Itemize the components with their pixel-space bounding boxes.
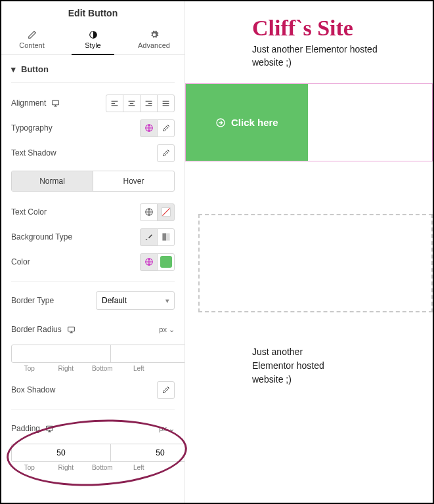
tab-style[interactable]: Style [62,25,123,54]
desktop-icon[interactable] [45,425,54,433]
pencil-icon [162,386,170,394]
control-alignment: Alignment [11,91,175,116]
section-toggle-button[interactable]: ▾ Button [11,55,175,83]
svg-rect-6 [162,233,166,240]
text-shadow-edit-button[interactable] [157,144,175,162]
box-shadow-label: Box Shadow [11,385,55,394]
control-color: Color [11,249,175,274]
gradient-icon [162,232,171,242]
tab-advanced-label: Advanced [138,41,170,49]
svg-rect-9 [68,327,74,331]
label-left: Left [121,365,158,372]
text-color-label: Text Color [11,207,47,217]
align-justify-button[interactable] [157,94,175,112]
padding-label: Padding [11,424,40,433]
color-global-button[interactable] [140,253,158,271]
gear-icon [150,30,159,39]
padding-right-input[interactable] [110,444,184,462]
label-top: Top [11,464,48,471]
align-left-icon [110,99,119,108]
panel-title: Edit Button [1,1,184,25]
editor-tabs: Content Style Advanced [1,25,184,55]
preview-button-label: Click here [231,117,278,128]
site-title: Cliff`s Site [252,16,433,41]
align-center-icon [127,99,136,108]
site-tagline: Just another Elementor hosted website ;) [252,43,390,69]
brush-icon [144,233,153,242]
text-color-global-button[interactable] [140,203,158,221]
state-tab-hover[interactable]: Hover [93,171,174,191]
padding-unit[interactable]: px ⌄ [159,425,175,433]
border-radius-label: Border Radius [11,325,62,334]
pencil-icon [162,149,170,157]
box-shadow-edit-button[interactable] [157,381,175,399]
control-text-shadow: Text Shadow [11,140,175,165]
svg-rect-7 [166,233,170,240]
align-justify-icon [162,99,170,108]
footer-text: Just another Elementor hosted website ;) [252,345,344,387]
globe-icon [144,123,154,133]
text-color-swatch-button[interactable] [157,203,175,221]
editor-sidebar: Edit Button Content Style Advanced ▾ But… [1,1,185,503]
tab-advanced[interactable]: Advanced [123,25,184,54]
alignment-label: Alignment [11,98,46,108]
border-type-label: Border Type [11,296,54,305]
pencil-icon [28,30,37,39]
desktop-icon[interactable] [67,326,76,334]
preview-canvas: Cliff`s Site Just another Elementor host… [185,1,433,503]
svg-rect-10 [47,426,53,430]
tab-style-label: Style [85,41,100,49]
globe-icon [144,207,154,217]
align-right-icon [144,99,153,108]
label-left: Left [121,464,158,471]
empty-section-placeholder[interactable] [198,214,433,312]
tab-content[interactable]: Content [1,25,62,54]
svg-rect-1 [53,100,59,105]
typography-label: Typography [11,123,53,133]
no-color-icon [161,207,171,217]
control-text-color: Text Color [11,200,175,224]
background-type-label: Background Type [11,232,72,242]
label-right: Right [48,464,85,471]
state-tab-normal[interactable]: Normal [12,171,93,191]
color-label: Color [11,257,30,266]
desktop-icon[interactable] [51,99,60,108]
color-swatch-button[interactable] [157,253,175,271]
control-border-type: Border Type Default [11,288,175,313]
contrast-icon [89,30,98,39]
align-right-button[interactable] [140,94,158,112]
padding-top-input[interactable] [11,444,111,462]
label-top: Top [11,365,48,372]
divider [11,409,175,410]
control-border-radius: Border Radius px ⌄ Top Right Bottom Left [11,317,175,372]
preview-button[interactable]: Click here [186,84,308,161]
border-radius-right-input[interactable] [110,345,184,363]
state-tabs: Normal Hover [11,171,175,192]
border-radius-top-input[interactable] [11,345,111,363]
control-typography: Typography [11,116,175,140]
label-right: Right [48,365,85,372]
align-center-button[interactable] [123,94,141,112]
section-title: Button [21,64,49,74]
control-padding: Padding px ⌄ Top Right Bottom Left [11,416,175,471]
arrow-circle-icon [215,117,226,128]
control-box-shadow: Box Shadow [11,377,175,402]
caret-down-icon: ▾ [11,64,16,74]
pencil-icon [162,124,170,132]
border-type-select[interactable]: Default [96,291,175,310]
button-widget-container[interactable]: Click here [185,83,433,161]
globe-icon [144,257,154,266]
bg-classic-button[interactable] [140,228,158,246]
panel-content: ▾ Button Alignment Typography Text S [1,55,184,503]
label-bottom: Bottom [84,365,121,372]
text-shadow-label: Text Shadow [11,148,56,158]
color-swatch [160,256,172,268]
tab-content-label: Content [19,41,45,49]
typography-global-button[interactable] [140,119,158,137]
bg-gradient-button[interactable] [157,228,175,246]
label-bottom: Bottom [84,464,121,471]
typography-edit-button[interactable] [157,119,175,137]
border-radius-unit[interactable]: px ⌄ [159,326,175,334]
control-background-type: Background Type [11,224,175,249]
align-left-button[interactable] [106,94,123,112]
